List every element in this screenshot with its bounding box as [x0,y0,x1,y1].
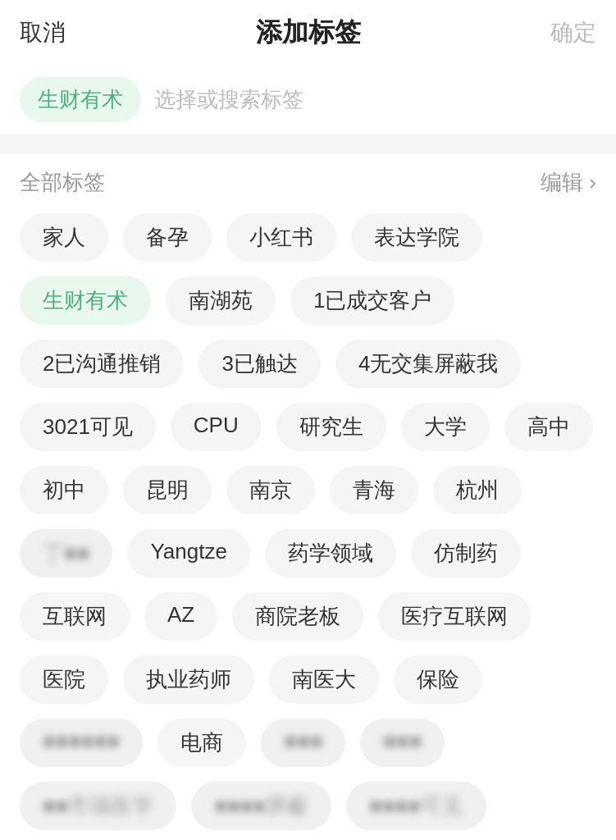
tag-item[interactable]: 医疗互联网 [378,592,531,641]
tag-item[interactable]: 青海 [330,466,418,514]
tag-item[interactable]: ■■■■屏蔽 [191,782,331,830]
section-header: 全部标签 编辑 › [20,168,596,197]
tag-item[interactable]: 杭州 [433,466,522,514]
tag-item[interactable]: 表达学院 [351,213,482,262]
all-tags-section: 全部标签 编辑 › 家人备孕小红书表达学院生财有术南湖苑1已成交客户2已沟通推销… [0,153,616,840]
tag-item[interactable]: 南医大 [269,655,379,704]
confirm-button[interactable]: 确定 [550,17,596,48]
tag-item[interactable]: 小红书 [226,213,336,262]
section-title: 全部标签 [20,168,105,197]
tag-item[interactable]: 仿制药 [411,529,521,578]
tag-item[interactable]: 南京 [226,466,315,514]
tag-item[interactable]: 药学领域 [265,529,396,578]
tag-item[interactable]: 南湖苑 [166,276,276,325]
header: 取消 添加标签 确定 [0,0,616,66]
tag-item[interactable]: Yangtze [127,529,249,578]
page-title: 添加标签 [256,15,361,51]
cancel-button[interactable]: 取消 [20,17,66,48]
tag-item[interactable]: ■■■■■■ [20,719,143,767]
edit-button[interactable]: 编辑 › [541,168,596,197]
tag-item[interactable]: AZ [144,592,217,641]
tag-item[interactable]: 高中 [504,403,593,451]
tag-item[interactable]: 4无交集屏蔽我 [335,340,521,388]
tag-item[interactable]: ■■■ [360,719,445,767]
search-bar: 生财有术 选择或搜索标签 [0,66,616,134]
tag-item[interactable]: CPU [171,403,262,451]
tag-item[interactable]: 备孕 [123,213,212,262]
tag-item[interactable]: 保险 [394,655,482,704]
tags-container: 家人备孕小红书表达学院生财有术南湖苑1已成交客户2已沟通推销3已触达4无交集屏蔽… [20,213,596,830]
tag-item[interactable]: 1已成交客户 [290,276,454,325]
tag-item[interactable]: 大学 [401,403,490,451]
tag-item[interactable]: ■■市场医学 [20,782,176,830]
search-placeholder[interactable]: 选择或搜索标签 [154,85,303,114]
tag-item[interactable]: 医院 [20,655,108,704]
selected-tag[interactable]: 生财有术 [20,77,141,122]
tag-item[interactable]: 互联网 [20,592,130,641]
tag-item[interactable]: 3021可见 [20,403,156,451]
tag-item[interactable]: 生财有术 [20,276,151,325]
tag-item[interactable]: 电商 [157,719,246,767]
divider [0,144,616,153]
tag-item[interactable]: ■■■■可见 [346,782,486,830]
tag-item[interactable]: 商院老板 [232,592,363,641]
tag-item[interactable]: 昆明 [123,466,212,514]
tag-item[interactable]: 丁■■ [20,529,112,578]
tag-item[interactable]: 初中 [20,466,108,514]
tag-item[interactable]: ■■■ [261,719,345,767]
tag-item[interactable]: 2已沟通推销 [20,340,184,388]
tag-item[interactable]: 研究生 [276,403,386,451]
tag-item[interactable]: 执业药师 [123,655,254,704]
tag-item[interactable]: 3已触达 [198,340,320,388]
tag-item[interactable]: 家人 [20,213,108,262]
